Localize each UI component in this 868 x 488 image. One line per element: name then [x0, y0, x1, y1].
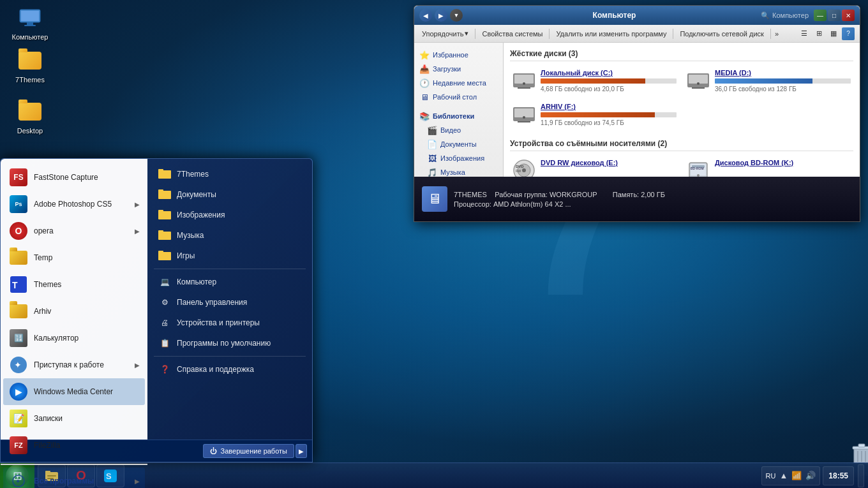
svg-rect-21: [518, 121, 530, 122]
toolbar-sep-4: [770, 29, 771, 39]
minimize-button[interactable]: —: [814, 10, 827, 21]
drive-e[interactable]: DVD RW DVD RW дисковод (E:): [510, 156, 679, 177]
svg-rect-13: [518, 87, 530, 89]
smi-faststone[interactable]: FS FastStone Capture: [3, 164, 145, 191]
smi-opera[interactable]: O opera ▶: [3, 218, 145, 244]
sidebar-biblioteki[interactable]: 📚 Библиотеки: [414, 109, 503, 123]
smi-filezilla[interactable]: FZ FileZilla: [3, 432, 145, 459]
sidebar-nedavnie[interactable]: 🕐 Недавние места: [414, 76, 503, 90]
close-button[interactable]: ✕: [842, 10, 855, 21]
back-button[interactable]: ◀: [419, 9, 432, 22]
desktop-icon-7themes[interactable]: 7Themes: [4, 48, 56, 84]
zapiski-icon: 📝: [8, 408, 29, 429]
desktop-icon-desktop[interactable]: Desktop: [4, 99, 56, 135]
svg-rect-11: [514, 75, 534, 84]
statusbar-row-2: Процессор: AMD Athlon(tm) 64 X2 ...: [454, 200, 665, 208]
forward-button[interactable]: ▶: [435, 9, 447, 22]
photoshop-arrow: ▶: [135, 201, 140, 208]
toolbar-properties[interactable]: Свойства системы: [479, 29, 545, 39]
svg-rect-1: [21, 11, 39, 21]
sidebar-izbrannoe[interactable]: ⭐ Избранное: [414, 48, 503, 62]
up-button[interactable]: ▼: [450, 9, 463, 22]
drive-d[interactable]: MEDIA (D:) 36,0 ГБ свободно из 128 ГБ: [684, 66, 853, 95]
drive-k-info: Дисковод BD-ROM (K:): [715, 159, 851, 166]
sidebar-video[interactable]: 🎬 Видео: [414, 123, 503, 137]
toolbar-uninstall[interactable]: Удалить или изменить программу: [553, 29, 669, 39]
temp-label: Temp: [34, 253, 140, 262]
sidebar-zagruzki[interactable]: 📥 Загрузки: [414, 62, 503, 76]
statusbar-info: 7THEMES Рабочая группа: WORKGROUP Память…: [454, 191, 665, 208]
drive-k[interactable]: BD-ROM Дисковод BD-ROM (K:): [684, 156, 853, 177]
hard-drives-grid: Локальный диск (C:) 4,68 ГБ свободно из …: [510, 66, 853, 129]
sri-muzyka[interactable]: Музыка: [147, 225, 312, 246]
svg-text:✦: ✦: [14, 360, 22, 370]
sri-spravka[interactable]: ❓ Справка и поддержка: [147, 359, 312, 380]
view-large-btn[interactable]: ▦: [827, 27, 840, 40]
view-grid-btn[interactable]: ⊞: [812, 27, 825, 40]
drive-k-icon: BD-ROM: [687, 159, 710, 177]
smi-temp[interactable]: Temp: [3, 244, 145, 271]
sidebar-izobrazheniya[interactable]: 🖼 Изображения: [414, 151, 503, 165]
smi-wmc[interactable]: ▶ Windows Media Center: [3, 378, 145, 405]
shutdown-icon: ⏻: [210, 447, 217, 455]
window-toolbar: Упорядочить ▾ Свойства системы Удалить и…: [414, 25, 860, 43]
desktop: 7 Компьютер 7Themes Desktop: [0, 0, 868, 488]
smi-themes[interactable]: T Themes: [3, 271, 145, 298]
help-button[interactable]: ?: [842, 27, 855, 40]
shutdown-button[interactable]: ⏻ Завершение работы: [203, 444, 294, 458]
opera-label: opera: [34, 226, 135, 235]
sri-control-icon: ⚙: [158, 295, 172, 309]
sri-kompyuter[interactable]: 💻 Компьютер: [147, 272, 312, 292]
computer-icon: [17, 5, 43, 31]
sri-7themes[interactable]: 7Themes: [147, 164, 312, 184]
library-icon: 📚: [419, 111, 430, 121]
toolbar-connect[interactable]: Подключить сетевой диск: [677, 29, 766, 39]
window-sidebar: ⭐ Избранное 📥 Загрузки 🕐 Недавние места …: [414, 43, 504, 177]
drive-c[interactable]: Локальный диск (C:) 4,68 ГБ свободно из …: [510, 66, 679, 95]
sri-7themes-icon: [158, 167, 172, 181]
wmc-label: Windows Media Center: [34, 387, 140, 396]
smi-kalkulator[interactable]: 🔢 Калькулятор: [3, 325, 145, 351]
smi-arhiv[interactable]: Arhiv: [3, 298, 145, 325]
view-list-btn[interactable]: ☰: [798, 27, 811, 40]
desktop-icon-kompyuter[interactable]: Компьютер: [4, 5, 56, 41]
toolbar-more[interactable]: »: [775, 30, 779, 38]
tray-arrow-icon[interactable]: ▲: [779, 471, 788, 480]
drive-f[interactable]: ARHIV (F:) 11,9 ГБ свободно из 74,5 ГБ: [510, 100, 679, 129]
faststone-icon: FS: [8, 167, 29, 188]
maximize-button[interactable]: □: [828, 10, 841, 21]
window-controls: — □ ✕: [814, 10, 855, 21]
sri-dokumenty[interactable]: Документы: [147, 184, 312, 205]
drive-d-info: MEDIA (D:) 36,0 ГБ свободно из 128 ГБ: [715, 69, 851, 92]
window-title: Компьютер: [468, 11, 761, 20]
window-content: Жёсткие диски (3): [504, 43, 860, 177]
window-statusbar: 🖥 7THEMES Рабочая группа: WORKGROUP Памя…: [414, 177, 860, 221]
toolbar-organize[interactable]: Упорядочить ▾: [419, 28, 471, 39]
show-desktop-button[interactable]: [858, 464, 864, 487]
all-programs-btn[interactable]: ✦ Все программы ▶: [3, 468, 145, 488]
svg-rect-17: [692, 87, 705, 89]
drive-f-bar-container: [541, 112, 677, 117]
drive-c-space: 4,68 ГБ свободно из 20,0 ГБ: [541, 85, 677, 92]
sri-ustroystva[interactable]: 🖨 Устройства и принтеры: [147, 313, 312, 333]
clock-area[interactable]: 18:55: [823, 466, 854, 485]
smi-pristupaya[interactable]: ✦ Приступая к работе ▶: [3, 351, 145, 378]
sri-programmy[interactable]: 📋 Программы по умолчанию: [147, 333, 312, 353]
smi-photoshop[interactable]: Ps Adobe Photoshop CS5 ▶: [3, 191, 145, 218]
hard-drives-title: Жёсткие диски (3): [510, 49, 853, 61]
window-titlebar[interactable]: ◀ ▶ ▼ Компьютер 🔍 Компьютер — □ ✕: [414, 6, 860, 25]
start-menu: FS FastStone Capture Ps Adobe Photoshop …: [0, 158, 313, 462]
image-icon: 🖼: [427, 153, 437, 163]
sri-games-icon: [158, 249, 172, 263]
sri-igry[interactable]: Игры: [147, 246, 312, 266]
svg-text:✦: ✦: [15, 478, 20, 485]
sri-panel[interactable]: ⚙ Панель управления: [147, 292, 312, 313]
sri-printer-icon: 🖨: [158, 316, 172, 330]
smi-zapiski[interactable]: 📝 Записки: [3, 405, 145, 432]
sidebar-rabochiy[interactable]: 🖥 Рабочий стол: [414, 90, 503, 104]
sidebar-muzyka[interactable]: 🎵 Музыка: [414, 165, 503, 177]
sri-izobrazheniya[interactable]: Изображения: [147, 205, 312, 225]
sidebar-dokumenty[interactable]: 📄 Документы: [414, 137, 503, 151]
shutdown-arrow-btn[interactable]: ▶: [296, 444, 307, 458]
start-menu-right: 7Themes Документы Изображения: [147, 159, 312, 440]
